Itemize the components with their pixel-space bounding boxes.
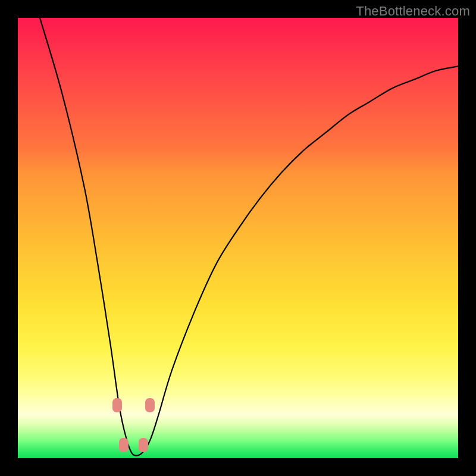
curve-marker-3: [145, 398, 155, 412]
plot-area: [18, 18, 458, 458]
curve-path: [40, 18, 458, 456]
curve-marker-2: [139, 438, 148, 452]
chart-frame: TheBottleneck.com: [0, 0, 476, 476]
curve-marker-0: [112, 398, 122, 412]
watermark-text: TheBottleneck.com: [356, 4, 470, 19]
bottleneck-curve: [18, 18, 458, 458]
curve-marker-1: [119, 438, 129, 452]
